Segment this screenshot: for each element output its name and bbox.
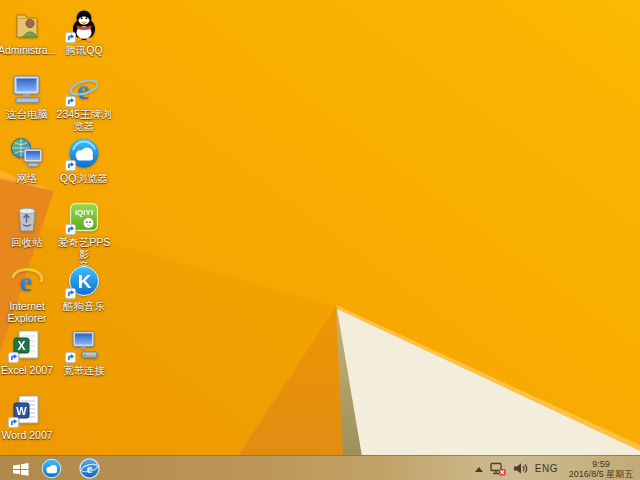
icon-label: 腾讯QQ (65, 44, 102, 56)
show-hidden-icons-chevron[interactable] (475, 467, 483, 472)
shortcut-arrow-icon (8, 352, 19, 363)
svg-text:X: X (17, 339, 25, 353)
start-button[interactable] (6, 456, 34, 480)
icon-label: QQ浏览器 (60, 172, 108, 184)
taskbar-qq-browser-button[interactable] (38, 456, 64, 480)
system-tray: ENG 9:59 2016/8/5 星期五 (475, 456, 637, 480)
blue-e-browser-icon: e (79, 458, 100, 479)
qq-browser-cloud-icon (67, 136, 101, 170)
network-globe-icon (10, 136, 44, 170)
desktop-icon-qq-browser[interactable]: QQ浏览器 (56, 136, 112, 184)
kugou-k-icon: K (67, 264, 101, 298)
internet-explorer-icon: e (10, 264, 44, 298)
shortcut-arrow-icon (8, 417, 19, 428)
computer-icon (10, 72, 44, 106)
desktop-icon-excel-2007[interactable]: X Excel 2007 (0, 328, 55, 376)
desktop-icon-administrator-folder[interactable]: Administra... (0, 8, 55, 56)
icon-label: Internet Explorer (7, 300, 46, 324)
icon-label: Administra... (0, 44, 56, 56)
shortcut-arrow-icon (65, 224, 76, 235)
windows-logo-icon (12, 462, 29, 476)
taskbar: e ENG 9:59 2016/8/5 星期五 (0, 455, 640, 480)
iqiyi-icon: iQIYI (67, 200, 101, 234)
desktop-icon-recycle-bin[interactable]: 回收站 (0, 200, 55, 248)
svg-text:iQIYI: iQIYI (75, 208, 93, 217)
clock-time: 9:59 (592, 459, 610, 469)
desktop-icon-2345-browser[interactable]: e 2345王牌浏 览器 (56, 72, 112, 132)
desktop-icon-tencent-qq[interactable]: 腾讯QQ (56, 8, 112, 56)
qq-browser-cloud-icon (41, 458, 62, 479)
shortcut-arrow-icon (65, 288, 76, 299)
icon-label: 酷狗音乐 (63, 300, 105, 312)
excel-icon: X (10, 328, 44, 362)
shortcut-arrow-icon (65, 32, 76, 43)
desktop-icon-iqiyi-pps[interactable]: iQIYI 爱奇艺PPS 影 音 (56, 200, 112, 272)
icon-label: 网络 (17, 172, 38, 184)
desktop-icon-kugou-music[interactable]: K 酷狗音乐 (56, 264, 112, 312)
shortcut-arrow-icon (65, 352, 76, 363)
volume-icon[interactable] (513, 462, 528, 475)
desktop-screen: Administra... 这台电脑 网络 (0, 0, 640, 480)
icon-label: 回收站 (11, 236, 43, 248)
shortcut-arrow-icon (65, 160, 76, 171)
icon-label: 2345王牌浏 览器 (57, 108, 112, 132)
svg-text:e: e (78, 75, 90, 105)
language-indicator[interactable]: ENG (535, 463, 558, 474)
blue-e-browser-icon: e (67, 72, 101, 106)
svg-text:W: W (16, 405, 27, 417)
icon-label: Word 2007 (1, 429, 52, 441)
recycle-bin-icon (10, 200, 44, 234)
taskbar-e-browser-button[interactable]: e (76, 456, 102, 480)
broadband-icon (67, 328, 101, 362)
desktop-icon-network[interactable]: 网络 (0, 136, 55, 184)
desktop-icon-word-2007[interactable]: W Word 2007 (0, 393, 55, 441)
desktop-icon-internet-explorer[interactable]: e Internet Explorer (0, 264, 55, 324)
icon-label: 宽带连接 (63, 364, 105, 376)
desktop-icon-broadband-connection[interactable]: 宽带连接 (56, 328, 112, 376)
clock-date: 2016/8/5 星期五 (569, 469, 634, 479)
shortcut-arrow-icon (65, 96, 76, 107)
clock[interactable]: 9:59 2016/8/5 星期五 (565, 459, 637, 479)
user-folder-icon (10, 8, 44, 42)
icon-label: 这台电脑 (6, 108, 48, 120)
desktop-icon-this-pc[interactable]: 这台电脑 (0, 72, 55, 120)
icon-label: Excel 2007 (1, 364, 53, 376)
qq-penguin-icon (67, 8, 101, 42)
network-status-icon[interactable] (490, 462, 506, 476)
svg-text:K: K (78, 271, 92, 292)
word-icon: W (10, 393, 44, 427)
